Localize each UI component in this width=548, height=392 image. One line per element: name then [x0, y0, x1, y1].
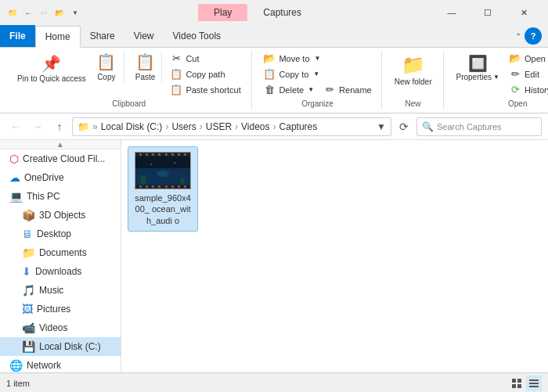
delete-icon: 🗑	[263, 84, 276, 95]
tab-home[interactable]: Home	[35, 26, 81, 48]
pin-icon: 📌	[41, 54, 61, 73]
tab-view[interactable]: View	[124, 25, 164, 47]
address-part-4: Videos	[241, 121, 269, 132]
refresh-button[interactable]: ⟳	[395, 117, 413, 136]
edit-button[interactable]: ✏ Edit	[506, 67, 548, 81]
network-icon: 🌐	[9, 359, 23, 372]
copy-to-button[interactable]: 📋 Copy to ▼	[260, 67, 374, 81]
quick-access-icon: 📁	[6, 6, 19, 19]
details-view-button[interactable]	[526, 376, 542, 391]
address-sep-3: ›	[200, 121, 203, 132]
cut-button[interactable]: ✂ Cut	[167, 51, 245, 66]
file-name-0: sample_960x400_ ocean_with_audi o	[133, 192, 193, 226]
maximize-button[interactable]: ☐	[470, 0, 506, 25]
address-sep-2: ›	[165, 121, 168, 132]
local-disk-icon: 💾	[22, 340, 35, 353]
minimize-button[interactable]: —	[434, 0, 470, 25]
edit-icon: ✏	[509, 68, 521, 80]
close-button[interactable]: ✕	[506, 0, 542, 25]
pin-to-quick-access-button[interactable]: 📌 Pin to Quick access	[13, 51, 91, 87]
documents-icon: 📁	[22, 246, 35, 259]
back-icon[interactable]: ←	[22, 6, 34, 19]
sidebar-scroll-up[interactable]: ▲	[0, 140, 121, 149]
sidebar-item-network[interactable]: 🌐 Network	[0, 356, 121, 372]
file-item-0[interactable]: sample_960x400_ ocean_with_audi o	[128, 146, 198, 232]
delete-label: Delete	[279, 85, 304, 95]
help-button[interactable]: ?	[525, 27, 542, 45]
svg-rect-14	[529, 386, 539, 387]
sidebar-label-3d-objects: 3D Objects	[39, 210, 85, 221]
sidebar-item-documents[interactable]: 📁 Documents	[0, 243, 121, 262]
svg-rect-9	[517, 379, 521, 383]
paste-shortcut-icon: 📋	[170, 84, 182, 95]
dropdown-arrow-icon[interactable]: ▼	[69, 6, 81, 19]
edit-label: Edit	[525, 70, 539, 79]
sidebar-item-local-disk[interactable]: 💾 Local Disk (C:)	[0, 337, 121, 356]
move-to-button[interactable]: 📂 Move to ▼	[260, 51, 374, 66]
window-title: Captures	[247, 4, 317, 21]
sidebar-label-documents: Documents	[39, 247, 87, 258]
sidebar-item-music[interactable]: 🎵 Music	[0, 281, 121, 300]
open-label: Open	[452, 98, 549, 110]
address-part-3: USER	[206, 121, 232, 132]
sidebar-item-3d-objects[interactable]: 📦 3D Objects	[0, 206, 121, 225]
tab-share[interactable]: Share	[81, 25, 124, 47]
organize-label: Organize	[260, 98, 374, 110]
cut-label: Cut	[186, 54, 199, 63]
move-to-icon: 📂	[263, 52, 276, 64]
back-button[interactable]: ←	[6, 117, 25, 136]
open-button[interactable]: 📂 Open ▼	[506, 51, 548, 66]
sidebar-label-desktop: Desktop	[37, 228, 71, 239]
sidebar-item-pictures[interactable]: 🖼 Pictures	[0, 300, 121, 318]
paste-shortcut-label: Paste shortcut	[186, 85, 240, 95]
address-sep-5: ›	[273, 121, 276, 132]
new-folder-button[interactable]: 📁 New folder	[390, 51, 437, 90]
address-dropdown-arrow[interactable]: ▼	[377, 121, 386, 132]
svg-point-3	[140, 175, 146, 185]
organize-content: 📂 Move to ▼ 📋 Copy to ▼ 🗑 Delete ▼	[260, 51, 374, 98]
paste-button[interactable]: 📋 Paste	[129, 51, 163, 84]
svg-point-7	[174, 162, 176, 164]
forward-button[interactable]: →	[28, 117, 47, 136]
copy-to-label: Copy to	[279, 70, 308, 79]
tab-video-tools[interactable]: Video Tools	[164, 25, 231, 47]
rename-button[interactable]: ✏ Rename	[320, 82, 375, 97]
ribbon: 📌 Pin to Quick access 📋 Copy 📋 Paste ✂ C…	[0, 48, 548, 113]
copy-path-button[interactable]: 📋 Copy path	[167, 67, 245, 81]
onedrive-icon: ☁	[9, 171, 20, 184]
ribbon-collapse-btn[interactable]: ⌃	[515, 32, 521, 41]
sidebar-item-desktop[interactable]: 🖥 Desktop	[0, 225, 121, 243]
open-small-buttons: 📂 Open ▼ ✏ Edit ⟳ History	[506, 51, 548, 97]
properties-button[interactable]: 🔲 Properties ▼	[452, 51, 505, 85]
paste-shortcut-button[interactable]: 📋 Paste shortcut	[167, 82, 245, 97]
file-area[interactable]: sample_960x400_ ocean_with_audi o	[121, 140, 548, 372]
file-tab[interactable]: File	[0, 25, 35, 47]
history-button[interactable]: ⟳ History	[506, 82, 548, 97]
sidebar-item-creative-cloud[interactable]: ⬡ Creative Cloud Fil...	[0, 149, 121, 168]
large-icon-view-button[interactable]	[509, 376, 525, 391]
rename-icon: ✏	[323, 84, 336, 95]
properties-arrow: ▼	[493, 74, 499, 81]
search-bar[interactable]: 🔍 Search Captures	[416, 117, 542, 136]
ribbon-group-clipboard: 📌 Pin to Quick access 📋 Copy 📋 Paste ✂ C…	[6, 51, 252, 110]
sidebar-item-videos[interactable]: 📹 Videos	[0, 318, 121, 337]
main-content: ▲ ⬡ Creative Cloud Fil... ☁ OneDrive 💻 T…	[0, 140, 548, 372]
delete-button[interactable]: 🗑 Delete ▼	[260, 82, 317, 97]
sidebar-label-videos: Videos	[39, 322, 67, 333]
copy-to-icon: 📋	[263, 68, 276, 80]
copy-button[interactable]: 📋 Copy	[92, 51, 121, 84]
play-tab[interactable]: Play	[198, 4, 247, 21]
properties-label-row: Properties ▼	[456, 73, 500, 81]
copy-label: Copy	[97, 73, 115, 82]
sidebar-label-music: Music	[39, 285, 63, 296]
address-part-1: Local Disk (C:)	[101, 121, 163, 132]
up-button[interactable]: ↑	[50, 117, 69, 136]
address-bar[interactable]: 📁 » Local Disk (C:) › Users › USER › Vid…	[72, 117, 391, 136]
view-buttons	[509, 376, 542, 391]
sidebar-item-this-pc[interactable]: 💻 This PC	[0, 187, 121, 206]
sidebar-item-onedrive[interactable]: ☁ OneDrive	[0, 168, 121, 187]
svg-rect-1	[135, 156, 190, 168]
open-label: Open	[525, 54, 546, 63]
sidebar-item-downloads[interactable]: ⬇ Downloads	[0, 262, 121, 281]
new-content: 📁 New folder	[390, 51, 437, 98]
